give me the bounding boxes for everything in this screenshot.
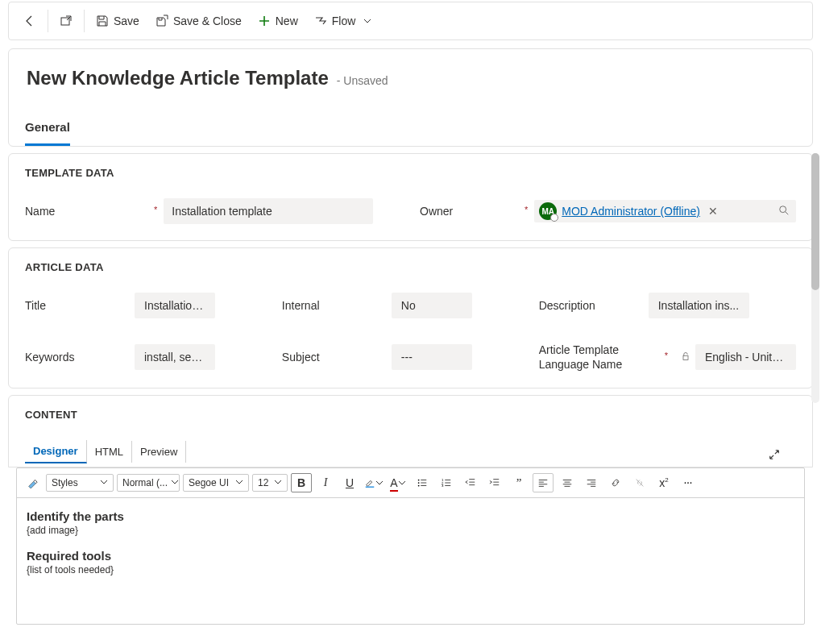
expand-icon — [769, 449, 780, 460]
editor-tab-preview[interactable]: Preview — [132, 441, 186, 463]
popout-icon — [60, 15, 73, 27]
lock-icon — [681, 351, 690, 364]
owner-label: Owner — [420, 205, 525, 218]
search-icon[interactable] — [778, 205, 790, 218]
number-list-button[interactable]: 123 — [436, 473, 457, 492]
title-value[interactable]: Installation... — [135, 293, 215, 318]
internal-label: Internal — [282, 298, 387, 313]
editor-tab-html[interactable]: HTML — [87, 441, 132, 463]
svg-point-11 — [687, 483, 689, 484]
open-new-window-button[interactable] — [52, 10, 81, 32]
language-label: Article Template Language Name — [539, 343, 660, 372]
scrollbar[interactable] — [811, 153, 819, 403]
save-icon — [96, 15, 109, 27]
svg-rect-2 — [683, 355, 688, 359]
template-section-title: TEMPLATE DATA — [25, 167, 796, 179]
save-close-icon — [155, 15, 168, 27]
editor-toolbar: Styles Normal (... Segoe UI 12 B I U A 1… — [17, 468, 804, 498]
font-family-dropdown[interactable]: Segoe UI — [183, 474, 249, 492]
svg-point-1 — [780, 206, 786, 212]
svg-rect-3 — [366, 487, 375, 488]
chevron-down-icon — [363, 15, 371, 27]
separator — [48, 10, 48, 32]
styles-dropdown[interactable]: Styles — [46, 474, 114, 492]
required-marker: * — [525, 205, 528, 214]
flow-icon — [314, 15, 327, 27]
unlink-button[interactable] — [629, 473, 650, 492]
scrollbar-thumb[interactable] — [811, 153, 819, 290]
command-bar: Save Save & Close New Flow — [8, 2, 813, 40]
flow-button[interactable]: Flow — [306, 10, 380, 32]
new-button[interactable]: New — [250, 10, 306, 32]
save-close-label: Save & Close — [173, 15, 242, 27]
underline-button[interactable]: U — [339, 473, 360, 492]
name-input[interactable] — [164, 198, 373, 224]
svg-point-6 — [418, 485, 420, 487]
align-right-button[interactable] — [581, 473, 602, 492]
editor-content[interactable]: Identify the parts {add image} Required … — [17, 498, 804, 624]
highlight-color-button[interactable] — [363, 473, 384, 492]
description-value[interactable]: Installation ins... — [649, 293, 749, 318]
save-button[interactable]: Save — [88, 10, 147, 32]
save-status: - Unsaved — [337, 74, 388, 87]
content-placeholder-2: {list of tools needed} — [27, 564, 794, 575]
form-tabs: General — [25, 114, 796, 146]
article-section-title: ARTICLE DATA — [25, 261, 796, 273]
svg-point-10 — [685, 483, 686, 484]
new-label: New — [276, 15, 298, 27]
content-heading-1: Identify the parts — [27, 509, 794, 523]
arrow-left-icon — [23, 15, 36, 27]
avatar: MA — [539, 202, 557, 220]
flow-label: Flow — [332, 15, 356, 27]
italic-button[interactable]: I — [315, 473, 336, 492]
subject-label: Subject — [282, 350, 387, 364]
content-heading-2: Required tools — [27, 549, 794, 563]
svg-point-5 — [418, 483, 420, 484]
content-section-title: CONTENT — [25, 409, 796, 421]
link-button[interactable] — [605, 473, 626, 492]
svg-point-4 — [418, 480, 420, 481]
header-card: New Knowledge Article Template - Unsaved… — [8, 48, 813, 147]
save-close-button[interactable]: Save & Close — [147, 10, 250, 32]
subject-value[interactable]: --- — [392, 344, 472, 370]
page-title: New Knowledge Article Template — [27, 67, 329, 89]
font-size-dropdown[interactable]: 12 — [252, 474, 288, 492]
back-button[interactable] — [15, 10, 44, 32]
indent-button[interactable] — [484, 473, 505, 492]
description-label: Description — [539, 298, 644, 313]
title-label: Title — [25, 298, 130, 313]
internal-value[interactable]: No — [392, 293, 472, 318]
align-center-button[interactable] — [557, 473, 578, 492]
plus-icon — [258, 15, 271, 27]
content-section: CONTENT Designer HTML Preview — [8, 395, 813, 467]
superscript-button[interactable]: x2 — [653, 473, 674, 492]
svg-point-12 — [690, 483, 692, 484]
keywords-value[interactable]: install, set up — [135, 344, 215, 370]
blockquote-button[interactable]: ” — [508, 473, 529, 492]
owner-remove-icon[interactable]: ✕ — [705, 205, 721, 218]
required-marker: * — [154, 205, 157, 214]
name-label: Name — [25, 205, 154, 218]
template-data-section: TEMPLATE DATA Name * Owner * MA MOD Admi… — [8, 153, 813, 241]
required-marker: * — [665, 351, 668, 360]
format-painter-button[interactable] — [22, 473, 43, 492]
paragraph-format-dropdown[interactable]: Normal (... — [117, 474, 180, 492]
save-label: Save — [114, 15, 139, 27]
separator — [84, 10, 85, 32]
align-left-button[interactable] — [533, 473, 554, 492]
svg-text:3: 3 — [442, 484, 444, 488]
bold-button[interactable]: B — [291, 473, 312, 492]
keywords-label: Keywords — [25, 350, 130, 364]
tab-general[interactable]: General — [25, 114, 70, 146]
expand-button[interactable] — [769, 441, 796, 463]
more-button[interactable] — [678, 473, 699, 492]
content-placeholder-1: {add image} — [27, 525, 794, 536]
owner-link[interactable]: MOD Administrator (Offline) — [562, 205, 700, 218]
outdent-button[interactable] — [460, 473, 481, 492]
article-data-section: ARTICLE DATA Title Installation... Inter… — [8, 247, 813, 388]
font-color-button[interactable]: A — [388, 473, 408, 492]
editor-tab-designer[interactable]: Designer — [25, 440, 87, 463]
language-value[interactable]: English - Unite... — [695, 344, 796, 370]
owner-lookup[interactable]: MA MOD Administrator (Offline) ✕ — [534, 200, 796, 222]
bullet-list-button[interactable] — [412, 473, 433, 492]
